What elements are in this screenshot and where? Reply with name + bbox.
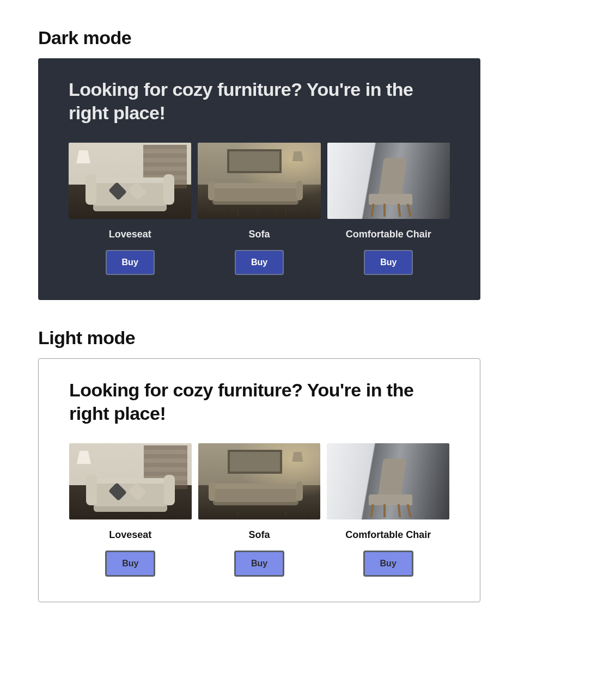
product-card-sofa: Sofa Buy [198,443,321,577]
buy-button-chair[interactable]: Buy [363,551,413,577]
product-name: Comfortable Chair [346,229,431,240]
product-card-loveseat: Loveseat Buy [69,143,191,275]
panel-light-mode: Looking for cozy furniture? You're in th… [38,358,480,602]
buy-button-chair[interactable]: Buy [364,250,413,275]
product-name: Sofa [248,229,270,240]
buy-button-sofa[interactable]: Buy [235,250,284,275]
buy-button-sofa[interactable]: Buy [234,551,284,577]
product-image-loveseat [69,143,191,219]
product-card-chair: Comfortable Chair Buy [327,143,450,275]
product-card-chair: Comfortable Chair Buy [327,443,449,577]
product-image-sofa [198,443,321,519]
panel-dark-mode: Looking for cozy furniture? You're in th… [38,58,480,300]
product-image-sofa [198,143,320,219]
product-card-loveseat: Loveseat Buy [69,443,192,577]
buy-button-loveseat[interactable]: Buy [105,551,155,577]
section-heading-dark: Dark mode [38,27,578,48]
product-name: Comfortable Chair [345,529,431,541]
section-heading-light: Light mode [38,327,578,348]
product-name: Loveseat [109,229,151,240]
hero-title: Looking for cozy furniture? You're in th… [69,78,450,124]
product-cards: Loveseat Buy Sofa Buy Comfortable Chair … [69,443,449,577]
product-name: Sofa [249,529,270,541]
product-image-chair [327,143,450,219]
product-image-loveseat [69,443,192,519]
buy-button-loveseat[interactable]: Buy [106,250,155,275]
product-image-chair [327,443,449,519]
product-card-sofa: Sofa Buy [198,143,320,275]
product-cards: Loveseat Buy Sofa Buy Comfortable Chair … [69,143,450,275]
product-name: Loveseat [109,529,151,541]
hero-title: Looking for cozy furniture? You're in th… [69,378,449,425]
